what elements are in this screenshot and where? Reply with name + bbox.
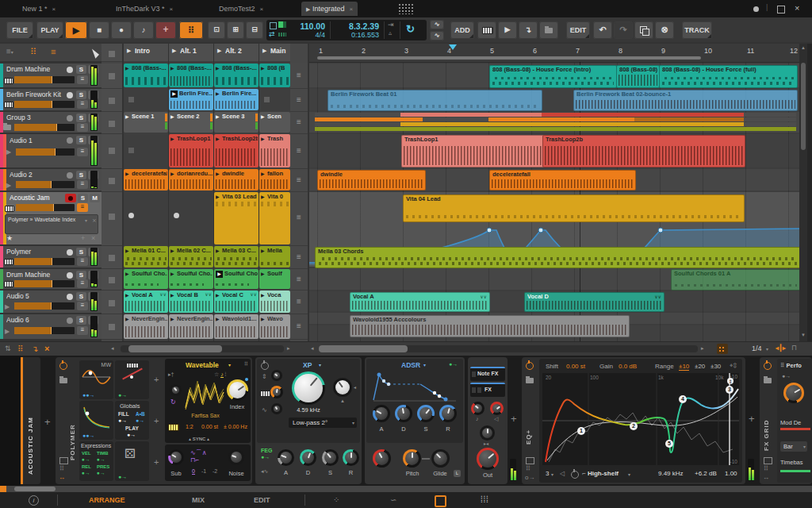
cutoff-knob[interactable] [292, 371, 325, 405]
track-menu-icon[interactable]: ≡ [77, 326, 88, 335]
modulator-keytrack[interactable]: ●→ [115, 360, 149, 399]
clip-queue-icon[interactable]: ≡ [290, 134, 308, 169]
arranger-metronome-icon[interactable]: ▵ [389, 29, 392, 37]
scroll-right-icon[interactable]: ▸ [287, 345, 290, 352]
fill-dot[interactable]: ●→ [118, 418, 127, 423]
close-icon[interactable]: × [349, 6, 353, 13]
osc-detune[interactable]: 0.00 st [201, 424, 218, 429]
play-menu-button[interactable]: PLAY [36, 21, 63, 39]
resonance-knob[interactable] [333, 378, 352, 397]
sub-wave-icons2[interactable]: ⊓⌐ [190, 456, 199, 464]
device-power-icon[interactable] [59, 362, 67, 370]
empty-clip-slot[interactable] [264, 97, 270, 102]
solo-button[interactable]: S [76, 90, 86, 99]
scene-header[interactable]: ▶Main [259, 44, 290, 61]
add-lane-icon[interactable]: + [81, 234, 85, 242]
io-routing-icon[interactable]: o→ [525, 474, 534, 481]
track-header[interactable]: Audio 1 SM ▶ ≡ [0, 134, 102, 167]
clip-queue-icon[interactable]: ≡ [290, 192, 308, 246]
post-roll-toggle-icon[interactable]: ∿ [430, 31, 444, 40]
release-knob[interactable] [439, 405, 457, 422]
punch-in-button[interactable]: ⊞ [227, 21, 244, 39]
mod-routing-icon[interactable]: ●●→ [82, 392, 94, 398]
track-header-group[interactable]: Group 3 SM ≡ [0, 112, 102, 133]
solo-button[interactable]: S [76, 171, 86, 179]
snap-dropdown-icon[interactable]: ▾ [766, 346, 768, 352]
launcher-clip[interactable]: ▶Trash [259, 134, 290, 167]
overdub-button[interactable]: + [155, 21, 176, 39]
scene-header[interactable]: ▶Intro [124, 44, 168, 61]
launcher-clip[interactable]: ▶NeverEngin... [169, 314, 213, 339]
sub-octave-2[interactable]: -2 [213, 468, 217, 474]
listen-icon[interactable]: ◁ [560, 470, 565, 477]
launcher-clip[interactable]: ▶Mella 01 C... [124, 246, 168, 267]
launcher-clip[interactable]: ▶808 (B [259, 64, 290, 87]
track-menu-icon[interactable]: ≡ [77, 75, 88, 84]
fill-button[interactable]: ⊟ [246, 21, 263, 39]
record-arm-button[interactable] [67, 172, 73, 179]
automation-write-button[interactable]: ⊡ [208, 21, 225, 39]
arrange-view-tab[interactable]: ARRANGE [89, 496, 125, 504]
edit-menu-button[interactable]: EDIT [566, 21, 590, 39]
redo-button[interactable]: ↷ [614, 21, 633, 39]
volume-fader[interactable] [16, 204, 75, 211]
device-scrollbar[interactable] [0, 486, 812, 492]
track-name[interactable]: Audio 2 [10, 171, 63, 179]
device-adsr[interactable]: ADSR ▾ ●→ ADSR [365, 357, 465, 484]
modulator-expressions[interactable]: Expressions VELTIMB ●→●→ RELPRES ●→●→ [79, 441, 113, 481]
solo-button[interactable]: S [76, 248, 86, 256]
eq-band-handle[interactable]: 1 [577, 427, 585, 435]
volume-fader[interactable] [16, 181, 75, 188]
launcher-clip[interactable]: ▶Voca [259, 291, 290, 313]
launcher-clip[interactable]: ▶fallon [259, 169, 290, 190]
arranger-clip[interactable]: 808 (Bass-08) [616, 65, 660, 88]
clip-queue-icon[interactable]: ≡ [290, 269, 308, 291]
io-routing-icon[interactable]: ↔ [763, 474, 769, 481]
sub-octave-1[interactable]: -1 [201, 468, 206, 474]
vertical-scrollbar[interactable]: ▲▼ [799, 44, 807, 341]
launcher-clip[interactable]: ▶808 (Bass-... [169, 64, 213, 87]
feg-decay-knob[interactable] [300, 449, 316, 466]
sub-octave-0[interactable]: 0 [192, 468, 195, 475]
close-icon[interactable]: × [170, 6, 174, 13]
clip-queue-icon[interactable]: ≡ [290, 89, 308, 112]
clip-queue-icon[interactable]: ≡ [290, 246, 308, 269]
track-name[interactable]: Berlin Firework Kit [6, 90, 63, 98]
pointer-tool-icon[interactable] [92, 47, 100, 58]
launcher-clip[interactable]: ▶Soulful Cho... [124, 269, 168, 289]
device-presets-icon[interactable] [59, 378, 67, 383]
track-name[interactable]: Audio 6 [6, 316, 63, 324]
add-modulator-button[interactable]: + [154, 416, 159, 425]
eq-range-20[interactable]: ±20 [695, 363, 705, 370]
track-header[interactable]: Audio 5 SM ▶ ≡ [0, 291, 102, 313]
remote-controls-icon[interactable] [59, 457, 68, 464]
volume-fader[interactable] [14, 258, 75, 265]
record-arm-button[interactable] [67, 92, 73, 98]
arranger-clip[interactable]: deceleratefall [489, 170, 636, 190]
launcher-clip[interactable]: ▶Vita 03 Lead [214, 192, 259, 244]
track-header[interactable]: Drum Machine SM ≡ [0, 269, 102, 289]
stop-button[interactable]: ■ [89, 21, 109, 39]
maximize-icon[interactable] [777, 6, 785, 13]
feg-release-knob[interactable] [343, 449, 359, 466]
launcher-clip[interactable]: ▶Vocal B∨∨ [169, 291, 213, 313]
snap-value[interactable]: 1/4 [752, 344, 762, 352]
close-panel-icon[interactable]: × [44, 344, 49, 353]
arranger-clip[interactable]: Mella 03 Chords [315, 247, 801, 268]
tempo-display[interactable]: 110.00 [290, 21, 325, 31]
eq-range-30[interactable]: ±30 [710, 363, 721, 370]
clip-queue-icon[interactable]: ≡ [290, 64, 308, 89]
automation-param-label[interactable]: Polymer » Wavetable Index [8, 216, 84, 224]
clip-queue-icon[interactable]: ≡ [290, 314, 308, 340]
volume-fader[interactable] [14, 302, 75, 310]
track-menu-icon[interactable]: ≡ [77, 203, 88, 212]
solo-button[interactable]: S [76, 271, 86, 279]
duplicate-button[interactable] [634, 21, 653, 39]
scene-header[interactable]: ▶Alt. 2 [214, 44, 259, 61]
track-header[interactable]: Audio 6 SM ▶ ≡ [0, 314, 102, 339]
play-dot[interactable]: ●→ [127, 432, 136, 437]
track-name[interactable]: Drum Machine [6, 65, 63, 73]
device-presets-icon[interactable] [764, 378, 772, 383]
track-menu-icon[interactable]: ≡ [77, 257, 88, 266]
arranger-clip[interactable]: Soulful Chords 01 A [671, 269, 801, 291]
